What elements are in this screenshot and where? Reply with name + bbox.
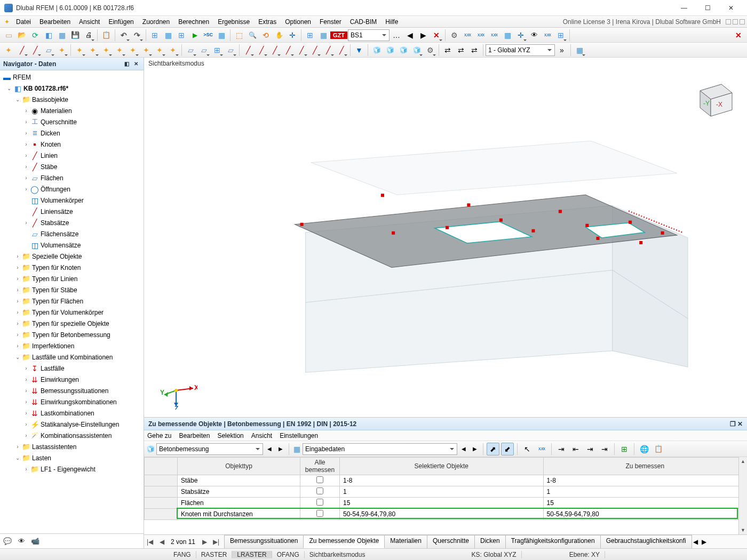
export-b-button[interactable]: ⇤ bbox=[569, 443, 582, 455]
tool-11[interactable] bbox=[197, 44, 210, 57]
grid-scrollbar[interactable]: ▲▼ bbox=[738, 457, 747, 534]
tree-item[interactable]: ›Dicken bbox=[1, 127, 144, 139]
save-button[interactable] bbox=[69, 29, 82, 42]
pan-button[interactable] bbox=[273, 29, 285, 42]
export-a-button[interactable]: ⇥ bbox=[555, 443, 568, 455]
open-file-button[interactable] bbox=[15, 29, 28, 42]
tree-lasten[interactable]: ⌄ Lasten bbox=[1, 452, 144, 463]
tool-21[interactable] bbox=[335, 44, 348, 57]
navigator-close-button[interactable]: ✕ bbox=[132, 60, 140, 68]
tab-gebrauchstauglichkeitskonfi[interactable]: Gebrauchstauglichkeitskonfi bbox=[600, 535, 692, 548]
dim-xxx2-button[interactable]: x.xx bbox=[474, 29, 487, 42]
tool-7[interactable] bbox=[140, 44, 153, 57]
tool-6[interactable] bbox=[126, 44, 139, 57]
tree-group[interactable]: ›Typen für Stäbe bbox=[1, 284, 144, 295]
input-next-button[interactable]: ▶ bbox=[470, 443, 480, 455]
close-button[interactable]: ✕ bbox=[719, 1, 743, 15]
tree-root[interactable]: ▬ RFEM bbox=[1, 71, 144, 83]
tool-9[interactable] bbox=[166, 44, 179, 57]
tool-15[interactable] bbox=[255, 44, 268, 57]
results-button[interactable] bbox=[215, 29, 228, 42]
pager-prev-button[interactable]: ◀ bbox=[156, 538, 168, 546]
design-all-checkbox[interactable] bbox=[316, 510, 323, 517]
delete-all-button[interactable] bbox=[732, 29, 745, 42]
tree-basisobjekte[interactable]: ⌄ Basisobjekte bbox=[1, 94, 144, 105]
sync-b-button[interactable]: ⬋ bbox=[501, 443, 514, 455]
prev-lc-button[interactable]: ◀ bbox=[403, 29, 416, 42]
tree-group[interactable]: ›Lastassistenten bbox=[1, 441, 144, 452]
menu-optionen[interactable]: Optionen bbox=[281, 17, 315, 27]
bp-menu-ansicht[interactable]: Ansicht bbox=[251, 432, 272, 439]
menu-extras[interactable]: Extras bbox=[254, 17, 281, 27]
tree-group[interactable]: ›Typen für spezielle Objekte bbox=[1, 318, 144, 329]
tree-item[interactable]: ›Materialien bbox=[1, 105, 144, 116]
tree-group[interactable]: ›Typen für Knoten bbox=[1, 262, 144, 273]
clipboard-button[interactable] bbox=[100, 29, 113, 42]
menu-ansicht[interactable]: Ansicht bbox=[75, 17, 104, 27]
navigator-pin-button[interactable]: ◧ bbox=[122, 60, 131, 68]
iso-a-button[interactable] bbox=[370, 44, 383, 57]
pager-first-button[interactable]: |◀ bbox=[144, 538, 156, 546]
tree-item[interactable]: ›Bemessungssituationen bbox=[1, 385, 144, 396]
tree-item[interactable]: ›LF1 - Eigengewicht bbox=[1, 463, 144, 475]
maximize-button[interactable]: ☐ bbox=[696, 1, 719, 15]
link-c-button[interactable]: ⇄ bbox=[468, 44, 481, 57]
tree-item[interactable]: ›Lastfälle bbox=[1, 363, 144, 374]
dim-xxx-button[interactable]: x.xx bbox=[461, 29, 474, 42]
new-file-button[interactable] bbox=[2, 29, 15, 42]
menu-ergebnisse[interactable]: Ergebnisse bbox=[213, 17, 254, 27]
tree-item[interactable]: ›Kombinationsassistenten bbox=[1, 430, 144, 441]
status-lraster[interactable]: LRASTER bbox=[232, 551, 272, 558]
tree-group[interactable]: ›Spezielle Objekte bbox=[1, 251, 144, 262]
input-data-combo[interactable]: Eingabedaten bbox=[303, 443, 457, 455]
bottom-panel-restore-button[interactable]: ❐ bbox=[730, 420, 736, 428]
delete-result-button[interactable] bbox=[430, 29, 443, 42]
pager-last-button[interactable]: ▶| bbox=[210, 538, 222, 546]
pick-button[interactable]: ↖ bbox=[521, 443, 534, 455]
tool-5[interactable] bbox=[113, 44, 126, 57]
viewport-3d[interactable]: -X -Y X Y Z bbox=[144, 69, 747, 417]
tree-group[interactable]: ›Typen für Betonbemessung bbox=[1, 329, 144, 340]
print-button[interactable] bbox=[82, 29, 95, 42]
navigator-tree[interactable]: ▬ RFEM ⌄ KB 001728.rf6* ⌄ Basisobjekte ›… bbox=[0, 70, 144, 533]
tree-item[interactable]: Liniensätze bbox=[1, 206, 144, 217]
loadcase-more-button[interactable]: … bbox=[390, 29, 403, 42]
loadcase-combo[interactable]: BS1 bbox=[348, 29, 390, 41]
view2-button[interactable] bbox=[162, 29, 174, 42]
num-format-button[interactable]: x.xx bbox=[535, 443, 548, 455]
visibility-button[interactable] bbox=[528, 29, 541, 42]
more-tools-button[interactable]: » bbox=[555, 44, 568, 57]
status-ks[interactable]: KS: Global XYZ bbox=[467, 551, 522, 558]
tab-dicken[interactable]: Dicken bbox=[474, 535, 506, 548]
tree-item[interactable]: ›Einwirkungen bbox=[1, 374, 144, 385]
tool-10[interactable] bbox=[184, 44, 197, 57]
globe-button[interactable]: 🌐 bbox=[638, 443, 650, 455]
tool-18[interactable] bbox=[295, 44, 308, 57]
excel-button[interactable]: ⊞ bbox=[618, 443, 631, 455]
layout-slot-1[interactable] bbox=[726, 19, 731, 25]
menu-einfügen[interactable]: Einfügen bbox=[104, 17, 138, 27]
navigation-cube[interactable]: -X -Y bbox=[689, 75, 738, 124]
tree-item[interactable]: ›Lastkombinationen bbox=[1, 407, 144, 419]
visibility-icon[interactable] bbox=[17, 537, 26, 546]
menu-datei[interactable]: Datei bbox=[12, 17, 35, 27]
tool-8[interactable] bbox=[153, 44, 166, 57]
bp-menu-selektion[interactable]: Selektion bbox=[217, 432, 243, 439]
menu-berechnen[interactable]: Berechnen bbox=[174, 17, 213, 27]
design-objects-table[interactable]: Objekttyp Alle bemessen Selektierte Obje… bbox=[144, 457, 747, 520]
member-tool-button[interactable] bbox=[29, 44, 42, 57]
models-button[interactable] bbox=[55, 29, 68, 42]
tab-tragfähigkeitskonfigurationen[interactable]: Tragfähigkeitskonfigurationen bbox=[505, 535, 601, 548]
tool-2[interactable] bbox=[73, 44, 86, 57]
pager-next-button[interactable]: ▶ bbox=[198, 538, 210, 546]
tool-19[interactable] bbox=[308, 44, 321, 57]
design-prev-button[interactable]: ◀ bbox=[265, 443, 274, 455]
tool-14[interactable] bbox=[242, 44, 255, 57]
tree-item[interactable]: ›Öffnungen bbox=[1, 183, 144, 195]
status-ofang[interactable]: OFANG bbox=[272, 551, 305, 558]
script-button[interactable]: >SC bbox=[202, 29, 214, 42]
tab-zu-bemessende-objekte[interactable]: Zu bemessende Objekte bbox=[303, 535, 385, 548]
model-button[interactable] bbox=[42, 29, 55, 42]
iso-d-button[interactable] bbox=[410, 44, 423, 57]
tool-12[interactable] bbox=[211, 44, 224, 57]
